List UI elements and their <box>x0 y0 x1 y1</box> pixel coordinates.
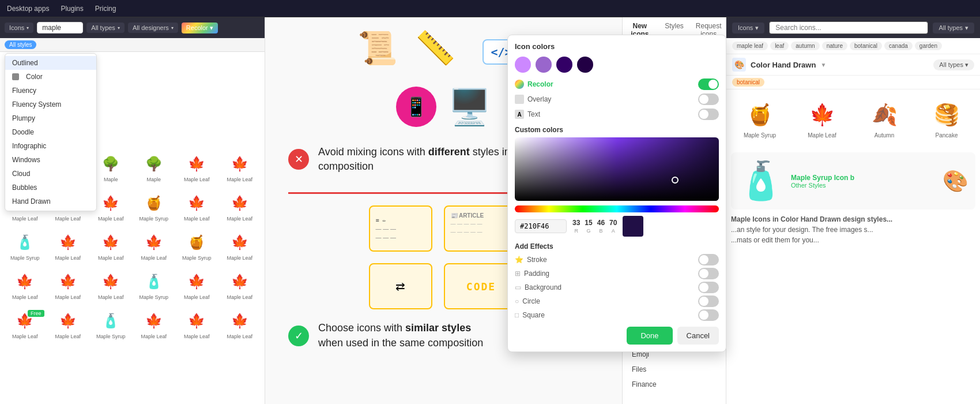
all-types-btn[interactable]: All types ▾ <box>86 23 125 33</box>
square-label-group: □ Square <box>515 311 545 319</box>
all-designers-btn[interactable]: All designers ▾ <box>128 23 178 33</box>
all-designers-arrow: ▾ <box>171 25 174 31</box>
hue-slider[interactable] <box>515 205 719 212</box>
list-item[interactable]: 🍁 Maple Leaf <box>5 267 46 304</box>
list-item[interactable]: 🍯 Maple Syrup <box>176 227 217 264</box>
nav-desktop-apps[interactable]: Desktop apps <box>7 5 49 13</box>
done-button[interactable]: Done <box>627 327 672 345</box>
style-item-infographic[interactable]: Infographic <box>5 139 96 153</box>
color-circle-purple-darkest[interactable] <box>577 57 593 73</box>
background-effect: ▭ Background <box>515 282 719 293</box>
result-maple-leaf[interactable]: 🍁 Maple Leaf <box>793 94 851 143</box>
all-types-btn-right[interactable]: All types ▾ <box>933 23 974 33</box>
tag-leaf[interactable]: leaf <box>770 42 789 50</box>
style-dropdown-arrow: ▼ <box>820 62 826 68</box>
list-item[interactable]: 🍁 Maple Leaf <box>176 267 217 304</box>
stroke-toggle[interactable] <box>698 254 719 265</box>
search-input[interactable] <box>37 22 83 33</box>
search-icons-input[interactable] <box>769 21 928 34</box>
other-styles-link[interactable]: Other Styles <box>791 182 854 189</box>
list-item[interactable]: 🧴 Maple Syrup <box>91 306 131 343</box>
hex-input[interactable] <box>515 219 567 233</box>
list-item[interactable]: 🍁 Maple Leaf <box>220 227 261 264</box>
subtag-botanical[interactable]: botanical <box>732 78 764 87</box>
icons-dropdown-arrow: ▾ <box>27 25 29 31</box>
list-item[interactable]: 🌳 Maple <box>134 149 175 186</box>
style-item-fluency[interactable]: Fluency <box>5 84 96 98</box>
cat-finance[interactable]: Finance <box>623 377 726 392</box>
list-item[interactable]: 🍁 Maple Leaf <box>48 267 89 304</box>
icon-label: Maple Leaf <box>12 334 38 339</box>
style-item-windows-label: Windows <box>12 156 40 164</box>
icon-label: Maple <box>104 177 118 182</box>
style-item-cloud-label: Cloud <box>12 170 30 178</box>
tag-garden[interactable]: garden <box>915 42 942 50</box>
toggle-knob-text <box>699 110 708 119</box>
icon-maple-leaf-5: 🍁 <box>185 152 208 175</box>
list-item[interactable]: 🍯 Maple Syrup <box>134 188 175 225</box>
style-item-bubbles[interactable]: Bubbles <box>5 181 96 194</box>
padding-label: Padding <box>524 270 549 278</box>
style-item-fluency-system[interactable]: Fluency System <box>5 98 96 111</box>
list-item[interactable]: 🍁 Maple Leaf <box>48 227 89 264</box>
color-circle-purple-mid[interactable] <box>536 57 552 73</box>
text-toggle[interactable] <box>698 109 719 120</box>
style-item-hand-drawn[interactable]: Hand Drawn <box>5 194 96 208</box>
style-item-cloud[interactable]: Cloud <box>5 167 96 181</box>
list-item[interactable]: 🍁 Maple Leaf <box>220 267 261 304</box>
all-types-label: All types <box>91 24 115 31</box>
cancel-button[interactable]: Cancel <box>677 327 719 345</box>
square-toggle[interactable] <box>698 309 719 321</box>
circle-toggle[interactable] <box>698 295 719 307</box>
list-item[interactable]: 🍁 Maple Leaf <box>220 149 261 186</box>
style-item-color[interactable]: Color <box>5 70 96 84</box>
list-item[interactable]: 🧴 Maple Syrup <box>5 227 46 264</box>
nav-plugins[interactable]: Plugins <box>61 5 83 13</box>
icon-label: Maple Leaf <box>98 255 124 261</box>
icons-btn-right[interactable]: Icons ▾ <box>732 23 764 33</box>
tag-maple-leaf[interactable]: maple leaf <box>732 42 768 50</box>
style-item-doodle[interactable]: Doodle <box>5 125 96 139</box>
overlay-toggle[interactable] <box>698 93 719 105</box>
color-gradient-picker[interactable] <box>515 137 719 201</box>
recolor-toggle[interactable] <box>698 78 719 90</box>
padding-toggle[interactable] <box>698 268 719 279</box>
result-pancake[interactable]: 🥞 Pancake <box>918 94 975 143</box>
list-item[interactable]: 🍁 Maple Leaf <box>91 227 131 264</box>
recolor-btn[interactable]: Recolor ▾ <box>182 23 218 33</box>
list-item[interactable]: 🍁 Maple Leaf <box>220 306 261 343</box>
tag-canada[interactable]: canada <box>884 42 913 50</box>
list-item[interactable]: 🍁 Maple Leaf <box>134 227 175 264</box>
list-item[interactable]: 🧴 Maple Syrup <box>134 267 175 304</box>
style-item-hand-drawn-label: Hand Drawn <box>12 197 51 205</box>
list-item[interactable]: Free 🍁 Maple Leaf <box>5 306 46 343</box>
list-item[interactable]: 🍁 Maple Leaf <box>91 267 131 304</box>
list-item[interactable]: 🍁 Maple Leaf <box>48 306 89 343</box>
tag-botanical[interactable]: botanical <box>850 42 882 50</box>
all-types-style-btn[interactable]: All types ▾ <box>933 59 974 70</box>
icons-dropdown-btn[interactable]: Icons ▾ <box>5 23 33 33</box>
padding-label-group: ⊞ Padding <box>515 270 549 278</box>
color-circle-purple-dark[interactable] <box>556 57 572 73</box>
background-icon: ▭ <box>515 283 521 291</box>
all-styles-chip[interactable]: All styles <box>5 40 36 49</box>
list-item[interactable]: 🍁 Maple Leaf <box>176 188 217 225</box>
style-item-plumpy[interactable]: Plumpy <box>5 111 96 125</box>
color-circle-purple-light[interactable] <box>515 57 531 73</box>
style-item-windows[interactable]: Windows <box>5 153 96 167</box>
background-toggle[interactable] <box>698 282 719 293</box>
selected-icon-name[interactable]: Maple Syrup Icon b <box>791 174 854 182</box>
result-autumn[interactable]: 🍂 Autumn <box>855 94 913 143</box>
style-item-outlined[interactable]: Outlined <box>5 56 96 70</box>
list-item[interactable]: 🍁 Maple Leaf <box>176 306 217 343</box>
list-item[interactable]: 🍁 Maple Leaf <box>220 188 261 225</box>
list-item[interactable]: 🍁 Maple Leaf <box>134 306 175 343</box>
list-item[interactable]: 🍁 Maple Leaf <box>176 149 217 186</box>
tag-autumn[interactable]: autumn <box>791 42 819 50</box>
nav-pricing[interactable]: Pricing <box>95 5 116 13</box>
icon-label: Maple Leaf <box>184 294 210 300</box>
cat-files[interactable]: Files <box>623 362 726 377</box>
icon-label: Maple Leaf <box>12 216 38 222</box>
tag-nature[interactable]: nature <box>822 42 847 50</box>
result-maple-syrup[interactable]: 🍯 Maple Syrup <box>731 94 789 143</box>
